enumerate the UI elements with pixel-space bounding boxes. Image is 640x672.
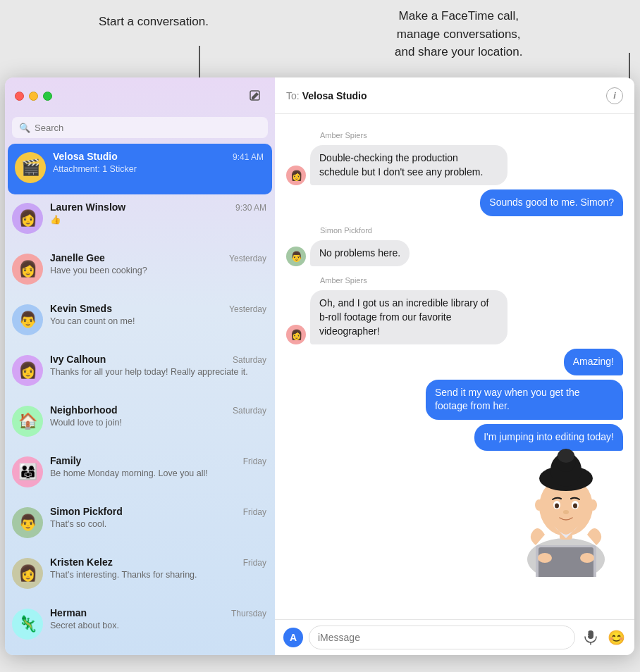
conv-time: Friday: [243, 507, 266, 517]
avatar: 🎬: [15, 152, 46, 183]
message-bubble: Sounds good to me. Simon?: [480, 189, 623, 216]
conv-preview: You can count on me!: [50, 316, 266, 327]
traffic-lights: [15, 92, 52, 101]
conv-name: Herman: [50, 607, 87, 618]
avatar: 👨: [286, 247, 306, 266]
chat-messages: Amber Spiers👩Double-checking the product…: [275, 114, 634, 619]
conv-preview: That's interesting. Thanks for sharing.: [50, 569, 266, 580]
close-button[interactable]: [15, 92, 24, 101]
avatar: 👩: [12, 203, 43, 234]
conv-name: Family: [50, 455, 81, 466]
conv-name: Kevin Smeds: [50, 303, 112, 314]
audio-button[interactable]: [581, 628, 601, 647]
message-row: 👩Oh, and I got us an incredible library …: [286, 290, 623, 344]
message-bubble: Amazing!: [564, 349, 623, 375]
compose-button[interactable]: [245, 86, 265, 106]
message-input-wrapper[interactable]: [309, 626, 575, 649]
avatar: 👩: [286, 166, 306, 185]
maximize-button[interactable]: [43, 92, 52, 101]
search-bar[interactable]: 🔍: [12, 117, 268, 138]
conversation-item-ivy-calhoun[interactable]: 👩Ivy CalhounSaturdayThanks for all your …: [5, 347, 275, 397]
conv-name: Simon Pickford: [50, 506, 123, 517]
conv-time: Friday: [243, 456, 266, 466]
chat-area: To: Velosa Studio i Amber Spiers👩Double-…: [275, 77, 634, 655]
conv-content: Kristen KelezFridayThat's interesting. T…: [50, 556, 266, 580]
conv-name: Ivy Calhoun: [50, 354, 106, 365]
message-bubble: Oh, and I got us an incredible library o…: [310, 290, 507, 344]
conversation-list: 🎬Velosa Studio9:41 AMAttachment: 1 Stick…: [5, 144, 275, 655]
message-row: Amazing!: [286, 349, 623, 375]
callout-line-start: [199, 46, 200, 80]
conversation-item-family[interactable]: 👨‍👩‍👧FamilyFridayBe home Monday morning.…: [5, 448, 275, 499]
conv-name: Janelle Gee: [50, 252, 105, 263]
recipient-name: Velosa Studio: [302, 90, 367, 101]
avatar: 👨: [12, 304, 43, 335]
conv-preview: That's so cool.: [50, 518, 266, 530]
message-row: Sounds good to me. Simon?: [286, 189, 623, 216]
search-icon: 🔍: [19, 123, 30, 133]
conv-content: Lauren Winslow9:30 AM👍: [50, 201, 266, 225]
message-bubble: No problems here.: [310, 240, 410, 267]
message-row: 👩Double-checking the production schedule…: [286, 145, 623, 185]
conv-preview: Would love to join!: [50, 417, 266, 428]
conv-content: Velosa Studio9:41 AMAttachment: 1 Sticke…: [53, 151, 264, 175]
info-button[interactable]: i: [606, 87, 623, 104]
conv-name: Kristen Kelez: [50, 556, 113, 568]
callout-facetime: Make a FaceTime call,manage conversation…: [395, 7, 522, 61]
conversation-item-neighborhood[interactable]: 🏠NeighborhoodSaturdayWould love to join!: [5, 397, 275, 448]
message-row: Send it my way when you get the footage …: [286, 380, 623, 420]
minimize-button[interactable]: [29, 92, 38, 101]
conv-name: Neighborhood: [50, 404, 118, 416]
callout-line-facetime: [629, 53, 630, 81]
message-input[interactable]: [318, 632, 566, 643]
sender-label: Simon Pickford: [320, 226, 372, 235]
conv-time: Saturday: [233, 355, 266, 365]
svg-rect-1: [588, 630, 593, 639]
conversation-item-simon-pickford[interactable]: 👨Simon PickfordFridayThat's so cool.: [5, 499, 275, 549]
to-label: To:: [286, 90, 300, 101]
sender-label: Amber Spiers: [320, 131, 367, 139]
search-input[interactable]: [35, 123, 261, 133]
conv-content: HermanThursdaySecret about box.: [50, 607, 266, 631]
sidebar: 🔍 🎬Velosa Studio9:41 AMAttachment: 1 Sti…: [5, 77, 275, 655]
sender-label: Amber Spiers: [320, 276, 367, 285]
conv-preview: Be home Monday morning. Love you all!: [50, 468, 266, 479]
svg-rect-3: [588, 633, 589, 634]
chat-header: To: Velosa Studio i: [275, 77, 634, 114]
avatar: 👨: [12, 507, 43, 538]
emoji-button[interactable]: 😊: [606, 628, 626, 647]
conv-preview: Thanks for all your help today! Really a…: [50, 366, 266, 378]
conv-time: Saturday: [233, 406, 266, 416]
conversation-item-herman[interactable]: 🦎HermanThursdaySecret about box.: [5, 600, 275, 651]
conversation-item-kevin-smeds[interactable]: 👨Kevin SmedsYesterdayYou can count on me…: [5, 296, 275, 347]
avatar: 👨‍👩‍👧: [12, 456, 43, 487]
conv-time: 9:30 AM: [235, 203, 266, 213]
message-row: I'm jumping into editing today!: [286, 424, 623, 451]
conversation-item-lauren-winslow[interactable]: 👩Lauren Winslow9:30 AM👍: [5, 194, 275, 245]
conv-preview: Attachment: 1 Sticker: [53, 163, 264, 175]
conv-preview: 👍: [50, 214, 266, 225]
conv-content: FamilyFridayBe home Monday morning. Love…: [50, 455, 266, 479]
conv-content: Janelle GeeYesterdayHave you been cookin…: [50, 252, 266, 276]
avatar: 👩: [12, 254, 43, 285]
message-bubble: I'm jumping into editing today!: [474, 424, 623, 451]
titlebar: [5, 77, 275, 114]
svg-rect-4: [588, 635, 589, 636]
conv-content: Ivy CalhounSaturdayThanks for all your h…: [50, 354, 266, 378]
avatar: 👩: [12, 558, 43, 589]
conversation-item-velosa-studio[interactable]: 🎬Velosa Studio9:41 AMAttachment: 1 Stick…: [8, 144, 272, 194]
conversation-item-kristen-kelez[interactable]: 👩Kristen KelezFridayThat's interesting. …: [5, 549, 275, 600]
conv-time: 9:41 AM: [233, 152, 264, 162]
conv-name: Lauren Winslow: [50, 201, 125, 213]
conv-time: Friday: [243, 558, 266, 568]
message-row: 👨No problems here.: [286, 240, 623, 267]
conv-time: Yesterday: [229, 304, 266, 314]
conv-content: NeighborhoodSaturdayWould love to join!: [50, 404, 266, 428]
callout-start-conversation: Start a conversation.: [99, 14, 209, 30]
conv-time: Thursday: [231, 609, 266, 618]
avatar: 🏠: [12, 406, 43, 437]
conversation-item-janelle-gee[interactable]: 👩Janelle GeeYesterdayHave you been cooki…: [5, 245, 275, 296]
app-store-button[interactable]: A: [283, 628, 303, 647]
conv-content: Simon PickfordFridayThat's so cool.: [50, 506, 266, 530]
conv-time: Yesterday: [229, 254, 266, 263]
